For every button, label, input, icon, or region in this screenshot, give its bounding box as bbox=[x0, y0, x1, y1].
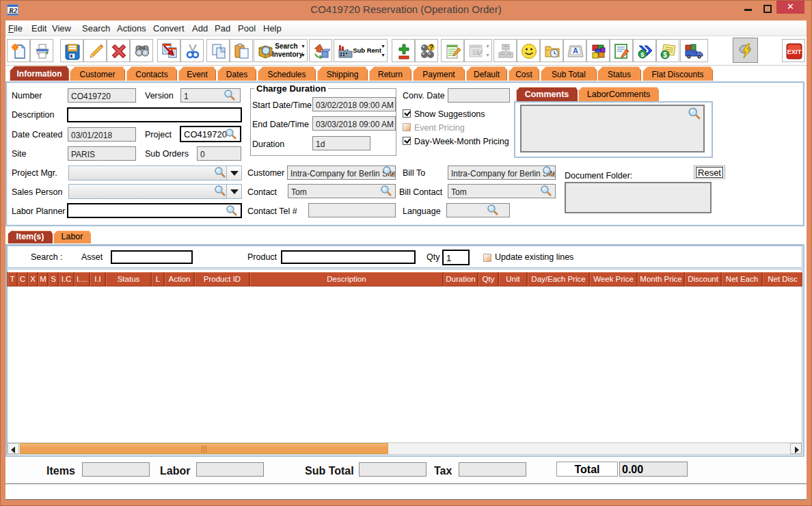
svg-text:$: $ bbox=[663, 51, 667, 59]
svg-text:A: A bbox=[573, 46, 578, 55]
svg-text:$: $ bbox=[640, 51, 645, 58]
svg-text:EXIT: EXIT bbox=[787, 48, 801, 55]
svg-text:?: ? bbox=[429, 44, 433, 51]
